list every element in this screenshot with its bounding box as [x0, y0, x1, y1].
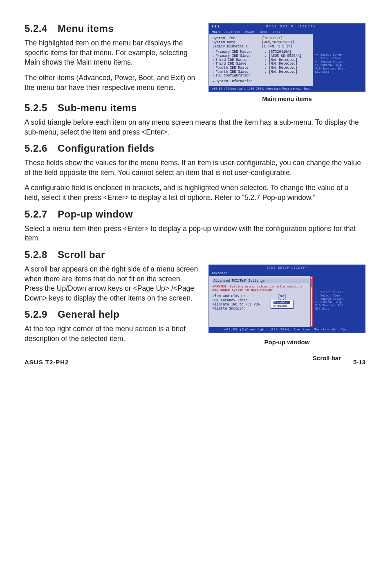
footer-page: 5-13 — [353, 359, 365, 366]
bios2-title: BIOS SETUP UTILITY — [209, 265, 365, 270]
bios-sub-val: : [Not Detected] — [264, 70, 297, 74]
heading-num: 5.2.5 — [25, 102, 47, 113]
para: The other items (Advanced, Power, Boot, … — [25, 73, 200, 92]
bios-help-line: F1 General Help — [315, 63, 362, 67]
heading-num: 5.2.8 — [25, 249, 47, 260]
bios2-popup: Disabled Enabled — [271, 300, 293, 309]
heading-title: Configuration fields — [58, 143, 155, 154]
para: The highlighted item on the menu bar dis… — [25, 38, 200, 67]
bios-tab: Main — [212, 30, 220, 34]
bios2-val: [No] — [278, 294, 286, 298]
bios-help-line: ↑↓ Select Item — [315, 294, 362, 297]
bios2-warning: WARNING: Setting wrong values in below s… — [213, 285, 309, 292]
bios-help-line: ESC Exit — [315, 307, 362, 310]
bios-tab: Exit — [273, 30, 280, 34]
bios-screenshot-main: ▮▮▮ BIOS SETUP UTILITY Main Advanced Pow… — [208, 23, 365, 92]
bios-help-line: F10 Save and Exit — [315, 67, 362, 70]
bios-tabs: Main Advanced Power Boot Exit — [209, 29, 365, 34]
bios-statusbar: v02.58 (C)Copyright 1985-2004, American … — [209, 86, 365, 91]
heading-num: 5.2.6 — [25, 143, 47, 154]
para: A configurable field is enclosed in brac… — [25, 183, 365, 202]
bios-help-line: ↑↓ Select Item — [315, 57, 362, 60]
bios2-main-pane: Advanced PCI/PnP Settings WARNING: Setti… — [209, 276, 313, 327]
page-footer: ASUS T2-PH2 5-13 — [25, 359, 365, 366]
heading-525: 5.2.5 Sub-menu items — [25, 102, 365, 114]
heading-title: Scroll bar — [58, 249, 105, 260]
bios-help-pane: ++ Select Screen ↑↓ Select Item +- Chang… — [313, 34, 365, 86]
para: A scroll bar appears on the right side o… — [25, 265, 200, 303]
caption-popup: Pop-up window — [208, 339, 365, 346]
bios2-popup-opt: Enabled — [273, 304, 290, 307]
bios-screenshot-advanced: BIOS SETUP UTILITY Advanced Advanced PCI… — [208, 265, 365, 333]
bios2-key: Allocate IRQ to PCI VGA — [213, 303, 278, 307]
bios2-help-pane: ++ Select Screen ↑↓ Select Item +- Chang… — [313, 276, 365, 327]
para: At the top right corner of the menu scre… — [25, 324, 200, 343]
para: These fields show the values for the men… — [25, 158, 365, 177]
para: A solid triangle before each item on any… — [25, 118, 365, 137]
heading-527: 5.2.7 Pop-up window — [25, 209, 365, 220]
bios2-popup-opt: Disabled — [273, 301, 290, 304]
bios-help-line: F1 General Help — [315, 301, 362, 304]
bios-tab: Boot — [260, 30, 268, 34]
bios-logo: ▮▮▮ — [212, 25, 220, 28]
heading-num: 5.2.4 — [25, 23, 47, 34]
bios-help-line: +- Change Option — [315, 60, 362, 63]
bios-help-line: F10 Save and Exit — [315, 304, 362, 307]
bios2-heading: Advanced PCI/PnP Settings — [213, 278, 309, 283]
bios2-key: Palette Snooping — [213, 307, 278, 311]
heading-num: 5.2.7 — [25, 209, 47, 220]
bios-field-val: [1.44M, 3.5 in] — [262, 45, 292, 49]
bios-help-line: ++ Select Screen — [315, 291, 362, 294]
heading-title: Sub-menu items — [58, 102, 137, 113]
bios-sysinfo: System Information — [215, 80, 264, 84]
para: Select a menu item then press <Enter> to… — [25, 224, 365, 243]
bios-title: BIOS SETUP UTILITY — [220, 25, 362, 28]
footer-model: ASUS T2-PH2 — [25, 359, 69, 366]
bios-help-line: ESC Exit — [315, 70, 362, 74]
bios2-key: Plug And Play O/S — [213, 294, 278, 298]
bios-caption: Main menu items — [208, 95, 365, 102]
bios-main-pane: System Time[16:37:21] System Date[Wed,10… — [209, 34, 313, 86]
heading-528: 5.2.8 Scroll bar — [25, 249, 365, 260]
heading-526: 5.2.6 Configuration fields — [25, 143, 365, 154]
bios2-tab: Advanced — [212, 271, 227, 275]
heading-529: 5.2.9 General help — [25, 309, 200, 320]
bios-tab: Power — [245, 30, 255, 34]
heading-num: 5.2.9 — [25, 309, 47, 320]
bios-sub-key: IDE Configuration — [215, 74, 264, 78]
heading-title: Pop-up window — [58, 209, 133, 220]
heading-title: Menu items — [58, 23, 114, 34]
heading-title: General help — [58, 309, 119, 320]
bios-help-line: ++ Select Screen — [315, 53, 362, 56]
bios2-key: PCI Latency Timer — [213, 298, 278, 303]
heading-524: 5.2.4 Menu items — [25, 23, 200, 34]
bios-help-line: +- Change Option — [315, 297, 362, 301]
scrollbar-highlight — [310, 276, 313, 327]
bios-field-key: Legacy Diskette A — [213, 45, 262, 49]
bios-tab: Advanced — [224, 30, 240, 34]
bios2-statusbar: v02.58 (C)Copyright 1985-2004, American … — [209, 327, 365, 332]
